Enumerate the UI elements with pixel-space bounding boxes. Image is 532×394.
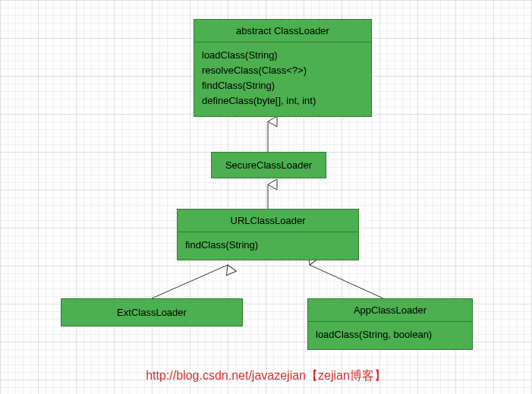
method: resolveClass(Class<?>) bbox=[202, 63, 364, 78]
caption-url: http://blog.csdn.net/javazejian bbox=[146, 369, 306, 382]
class-methods: findClass(String) bbox=[178, 232, 358, 260]
class-title: abstract ClassLoader bbox=[194, 20, 371, 43]
class-title: AppClassLoader bbox=[308, 299, 472, 322]
svg-line-2 bbox=[152, 265, 228, 298]
class-methods: loadClass(String, boolean) bbox=[308, 322, 472, 349]
class-box-secureclassloader: SecureClassLoader bbox=[211, 152, 326, 178]
method: loadClass(String, boolean) bbox=[316, 327, 464, 342]
method: findClass(String) bbox=[202, 78, 364, 93]
class-box-urlclassloader: URLClassLoader findClass(String) bbox=[177, 209, 359, 260]
class-box-classloader: abstract ClassLoader loadClass(String) r… bbox=[194, 19, 372, 117]
class-methods: loadClass(String) resolveClass(Class<?>)… bbox=[194, 43, 371, 116]
svg-line-3 bbox=[310, 265, 383, 298]
class-box-appclassloader: AppClassLoader loadClass(String, boolean… bbox=[307, 298, 473, 350]
method: loadClass(String) bbox=[202, 48, 364, 63]
caption-tag: 【zejian博客】 bbox=[306, 369, 386, 382]
class-title: SecureClassLoader bbox=[212, 153, 326, 178]
method: findClass(String) bbox=[185, 238, 351, 253]
class-title: ExtClassLoader bbox=[61, 299, 242, 326]
class-box-extclassloader: ExtClassLoader bbox=[61, 298, 243, 326]
diagram-caption: http://blog.csdn.net/javazejian【zejian博客… bbox=[0, 368, 532, 384]
method: defineClass(byte[], int, int) bbox=[202, 93, 364, 109]
class-title: URLClassLoader bbox=[178, 210, 358, 232]
